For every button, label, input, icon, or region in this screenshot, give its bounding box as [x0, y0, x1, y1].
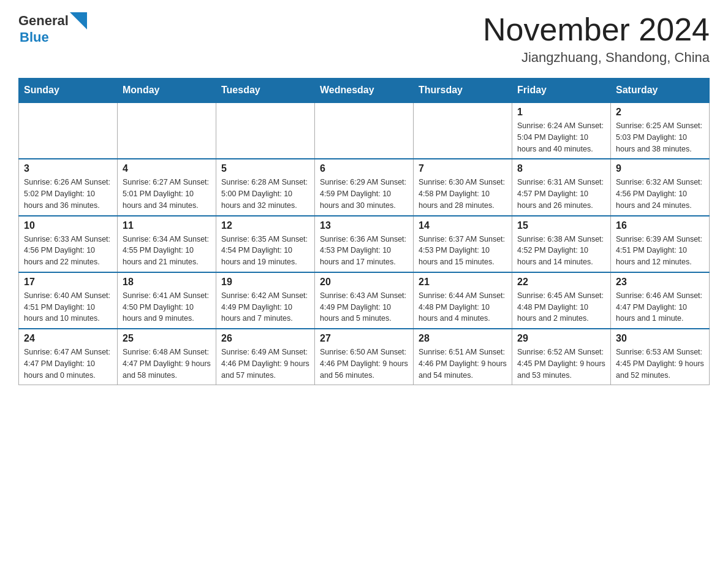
- day-info: Sunrise: 6:27 AM Sunset: 5:01 PM Dayligh…: [123, 177, 211, 211]
- day-number: 19: [221, 277, 309, 288]
- day-of-week-header: Tuesday: [216, 79, 315, 103]
- day-info: Sunrise: 6:33 AM Sunset: 4:56 PM Dayligh…: [24, 234, 112, 268]
- day-number: 8: [517, 163, 605, 174]
- day-number: 10: [24, 220, 112, 231]
- page-header: General Blue November 2024 Jiangzhuang, …: [18, 12, 710, 66]
- day-info: Sunrise: 6:28 AM Sunset: 5:00 PM Dayligh…: [221, 177, 309, 211]
- week-row: 17Sunrise: 6:40 AM Sunset: 4:51 PM Dayli…: [19, 272, 710, 329]
- day-number: 23: [616, 277, 704, 288]
- day-number: 4: [123, 163, 211, 174]
- logo-blue-text: Blue: [20, 29, 49, 45]
- calendar-cell: 28Sunrise: 6:51 AM Sunset: 4:46 PM Dayli…: [414, 329, 512, 385]
- calendar-subtitle: Jiangzhuang, Shandong, China: [483, 50, 710, 66]
- calendar-cell: 21Sunrise: 6:44 AM Sunset: 4:48 PM Dayli…: [414, 272, 512, 329]
- day-of-week-header: Sunday: [19, 79, 118, 103]
- day-number: 17: [24, 277, 112, 288]
- logo: General Blue: [18, 12, 87, 45]
- day-of-week-header: Thursday: [414, 79, 512, 103]
- day-number: 25: [123, 333, 211, 344]
- day-number: 6: [320, 163, 408, 174]
- calendar-cell: [414, 102, 512, 159]
- calendar-cell: [19, 102, 118, 159]
- day-number: 14: [419, 220, 507, 231]
- calendar-cell: 20Sunrise: 6:43 AM Sunset: 4:49 PM Dayli…: [315, 272, 414, 329]
- day-number: 30: [616, 333, 704, 344]
- day-info: Sunrise: 6:53 AM Sunset: 4:45 PM Dayligh…: [616, 347, 704, 381]
- day-number: 22: [517, 277, 605, 288]
- day-number: 21: [419, 277, 507, 288]
- week-row: 1Sunrise: 6:24 AM Sunset: 5:04 PM Daylig…: [19, 102, 710, 159]
- day-number: 5: [221, 163, 309, 174]
- day-info: Sunrise: 6:41 AM Sunset: 4:50 PM Dayligh…: [123, 290, 211, 324]
- day-of-week-header: Monday: [118, 79, 216, 103]
- day-info: Sunrise: 6:44 AM Sunset: 4:48 PM Dayligh…: [419, 290, 507, 324]
- calendar-cell: 25Sunrise: 6:48 AM Sunset: 4:47 PM Dayli…: [118, 329, 216, 385]
- day-number: 20: [320, 277, 408, 288]
- day-number: 3: [24, 163, 112, 174]
- calendar-title: November 2024: [483, 12, 710, 47]
- calendar-cell: 16Sunrise: 6:39 AM Sunset: 4:51 PM Dayli…: [611, 216, 710, 272]
- day-info: Sunrise: 6:39 AM Sunset: 4:51 PM Dayligh…: [616, 234, 704, 268]
- day-info: Sunrise: 6:36 AM Sunset: 4:53 PM Dayligh…: [320, 234, 408, 268]
- day-info: Sunrise: 6:47 AM Sunset: 4:47 PM Dayligh…: [24, 347, 112, 381]
- day-number: 13: [320, 220, 408, 231]
- day-number: 9: [616, 163, 704, 174]
- calendar-cell: 24Sunrise: 6:47 AM Sunset: 4:47 PM Dayli…: [19, 329, 118, 385]
- calendar-cell: 22Sunrise: 6:45 AM Sunset: 4:48 PM Dayli…: [512, 272, 611, 329]
- logo-general-text: General: [18, 13, 69, 29]
- svg-marker-0: [70, 12, 87, 29]
- calendar-cell: 18Sunrise: 6:41 AM Sunset: 4:50 PM Dayli…: [118, 272, 216, 329]
- calendar-cell: 2Sunrise: 6:25 AM Sunset: 5:03 PM Daylig…: [611, 102, 710, 159]
- day-info: Sunrise: 6:46 AM Sunset: 4:47 PM Dayligh…: [616, 290, 704, 324]
- day-number: 12: [221, 220, 309, 231]
- calendar-cell: 27Sunrise: 6:50 AM Sunset: 4:46 PM Dayli…: [315, 329, 414, 385]
- day-info: Sunrise: 6:32 AM Sunset: 4:56 PM Dayligh…: [616, 177, 704, 211]
- day-info: Sunrise: 6:40 AM Sunset: 4:51 PM Dayligh…: [24, 290, 112, 324]
- calendar-cell: 10Sunrise: 6:33 AM Sunset: 4:56 PM Dayli…: [19, 216, 118, 272]
- day-number: 29: [517, 333, 605, 344]
- calendar-cell: 17Sunrise: 6:40 AM Sunset: 4:51 PM Dayli…: [19, 272, 118, 329]
- calendar-cell: 3Sunrise: 6:26 AM Sunset: 5:02 PM Daylig…: [19, 159, 118, 215]
- day-info: Sunrise: 6:48 AM Sunset: 4:47 PM Dayligh…: [123, 347, 211, 381]
- day-number: 7: [419, 163, 507, 174]
- day-of-week-header: Wednesday: [315, 79, 414, 103]
- day-info: Sunrise: 6:34 AM Sunset: 4:55 PM Dayligh…: [123, 234, 211, 268]
- day-info: Sunrise: 6:38 AM Sunset: 4:52 PM Dayligh…: [517, 234, 605, 268]
- day-info: Sunrise: 6:35 AM Sunset: 4:54 PM Dayligh…: [221, 234, 309, 268]
- day-info: Sunrise: 6:37 AM Sunset: 4:53 PM Dayligh…: [419, 234, 507, 268]
- calendar-cell: 29Sunrise: 6:52 AM Sunset: 4:45 PM Dayli…: [512, 329, 611, 385]
- calendar-cell: 12Sunrise: 6:35 AM Sunset: 4:54 PM Dayli…: [216, 216, 315, 272]
- day-number: 27: [320, 333, 408, 344]
- day-number: 15: [517, 220, 605, 231]
- calendar-cell: 5Sunrise: 6:28 AM Sunset: 5:00 PM Daylig…: [216, 159, 315, 215]
- week-row: 24Sunrise: 6:47 AM Sunset: 4:47 PM Dayli…: [19, 329, 710, 385]
- day-number: 26: [221, 333, 309, 344]
- week-row: 10Sunrise: 6:33 AM Sunset: 4:56 PM Dayli…: [19, 216, 710, 272]
- day-info: Sunrise: 6:31 AM Sunset: 4:57 PM Dayligh…: [517, 177, 605, 211]
- day-info: Sunrise: 6:42 AM Sunset: 4:49 PM Dayligh…: [221, 290, 309, 324]
- calendar-cell: 1Sunrise: 6:24 AM Sunset: 5:04 PM Daylig…: [512, 102, 611, 159]
- day-number: 2: [616, 107, 704, 118]
- day-info: Sunrise: 6:29 AM Sunset: 4:59 PM Dayligh…: [320, 177, 408, 211]
- week-row: 3Sunrise: 6:26 AM Sunset: 5:02 PM Daylig…: [19, 159, 710, 215]
- calendar-cell: 9Sunrise: 6:32 AM Sunset: 4:56 PM Daylig…: [611, 159, 710, 215]
- day-info: Sunrise: 6:26 AM Sunset: 5:02 PM Dayligh…: [24, 177, 112, 211]
- day-info: Sunrise: 6:51 AM Sunset: 4:46 PM Dayligh…: [419, 347, 507, 381]
- day-info: Sunrise: 6:30 AM Sunset: 4:58 PM Dayligh…: [419, 177, 507, 211]
- day-info: Sunrise: 6:45 AM Sunset: 4:48 PM Dayligh…: [517, 290, 605, 324]
- day-of-week-header: Saturday: [611, 79, 710, 103]
- day-info: Sunrise: 6:52 AM Sunset: 4:45 PM Dayligh…: [517, 347, 605, 381]
- calendar-cell: 7Sunrise: 6:30 AM Sunset: 4:58 PM Daylig…: [414, 159, 512, 215]
- calendar-cell: [315, 102, 414, 159]
- calendar-cell: [118, 102, 216, 159]
- calendar-header-row: SundayMondayTuesdayWednesdayThursdayFrid…: [19, 79, 710, 103]
- calendar-cell: 11Sunrise: 6:34 AM Sunset: 4:55 PM Dayli…: [118, 216, 216, 272]
- day-info: Sunrise: 6:25 AM Sunset: 5:03 PM Dayligh…: [616, 120, 704, 155]
- calendar-cell: 8Sunrise: 6:31 AM Sunset: 4:57 PM Daylig…: [512, 159, 611, 215]
- day-of-week-header: Friday: [512, 79, 611, 103]
- calendar-cell: 4Sunrise: 6:27 AM Sunset: 5:01 PM Daylig…: [118, 159, 216, 215]
- calendar-cell: 6Sunrise: 6:29 AM Sunset: 4:59 PM Daylig…: [315, 159, 414, 215]
- day-number: 16: [616, 220, 704, 231]
- calendar-cell: 15Sunrise: 6:38 AM Sunset: 4:52 PM Dayli…: [512, 216, 611, 272]
- calendar-cell: 14Sunrise: 6:37 AM Sunset: 4:53 PM Dayli…: [414, 216, 512, 272]
